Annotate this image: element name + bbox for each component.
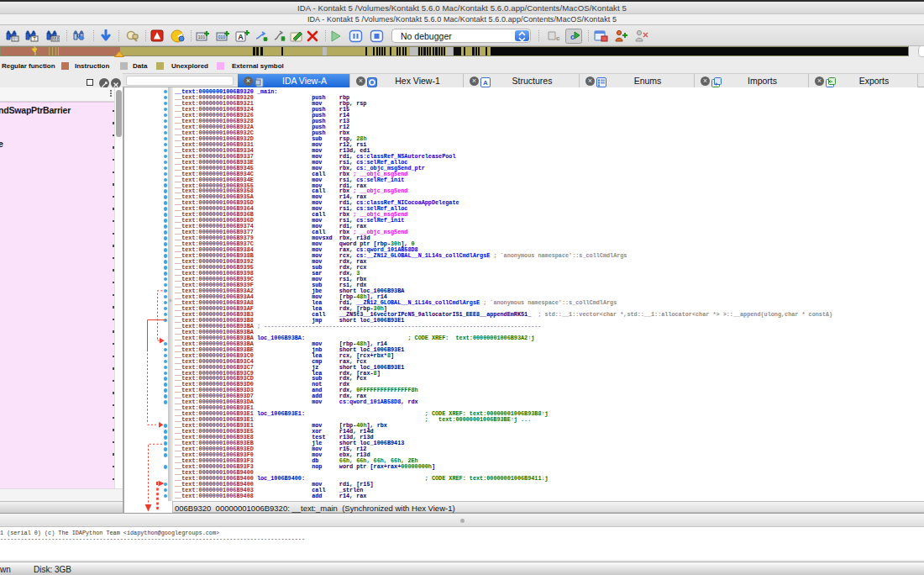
svg-text:T: T: [33, 36, 36, 41]
svg-text:888: 888: [52, 36, 60, 41]
svg-text:101: 101: [198, 34, 206, 40]
svg-text:A: A: [238, 33, 244, 41]
svg-text:c: c: [556, 34, 560, 42]
svg-text:c: c: [570, 33, 575, 41]
svg-text:010: 010: [218, 34, 226, 40]
